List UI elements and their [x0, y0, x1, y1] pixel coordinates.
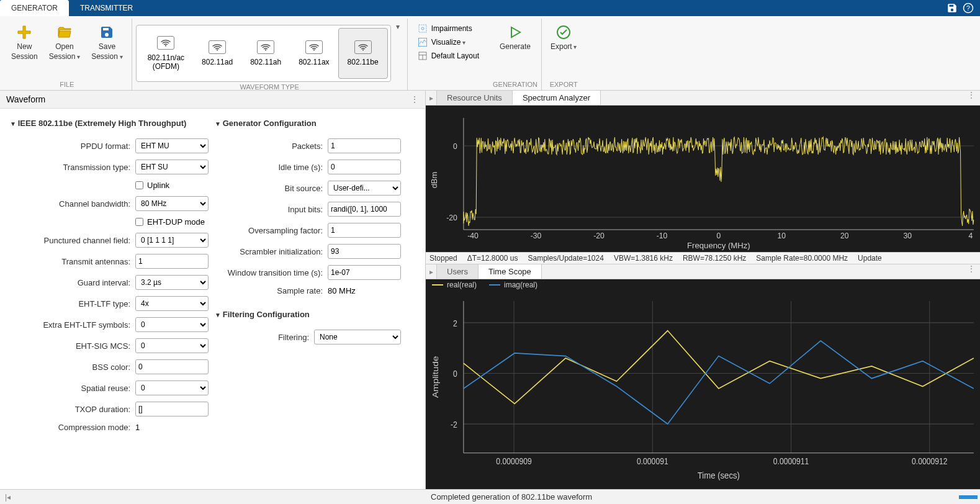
tabs-more-icon[interactable]: ⋮: [963, 264, 980, 279]
svg-rect-9: [418, 38, 426, 46]
status-vbw: VBW=1.3816 kHz: [614, 254, 673, 263]
ltf-select[interactable]: 4x: [135, 296, 209, 311]
svg-point-3: [217, 49, 218, 50]
tab-transmitter[interactable]: TRANSMITTER: [69, 0, 144, 16]
scrambler-input[interactable]: [328, 244, 401, 259]
svg-text:Frequency (MHz): Frequency (MHz): [687, 241, 750, 250]
svg-text:-2: -2: [451, 420, 457, 430]
svg-text:-10: -10: [657, 232, 668, 240]
wifi-icon: [257, 40, 274, 54]
waveform-panel: Waveform ⋮ IEEE 802.11be (Extremely High…: [0, 91, 426, 489]
gi-label: Guard interval:: [10, 278, 130, 287]
bitsource-select[interactable]: User-defi...: [328, 181, 401, 196]
tab-resource-units[interactable]: Resource Units: [437, 91, 513, 105]
waveform-80211ah[interactable]: 802.11ah: [241, 28, 290, 79]
tab-generator[interactable]: GENERATOR: [0, 0, 69, 16]
tx-ant-label: Transmit antennas:: [10, 257, 130, 266]
tx-ant-input[interactable]: [135, 254, 209, 269]
legend-imag: imag(real): [504, 281, 537, 289]
save-session-button[interactable]: Save Session: [86, 22, 127, 64]
default-layout-button[interactable]: Default Layout: [418, 51, 479, 61]
tx-type-select[interactable]: EHT SU: [135, 160, 209, 174]
ltf-label: EHT-LTF type:: [10, 299, 130, 308]
impairments-label: Impairments: [431, 24, 472, 33]
time-scope-plot[interactable]: real(real) imag(real) 2: [426, 279, 980, 489]
svg-text:0.0000909: 0.0000909: [496, 457, 532, 467]
svg-text:0.0000911: 0.0000911: [773, 457, 809, 467]
punctured-select[interactable]: 0 [1 1 1 1]: [135, 233, 209, 248]
waveform-80211ad[interactable]: 802.11ad: [193, 28, 241, 79]
status-spu: Samples/Update=1024: [528, 254, 603, 263]
ribbon-label-blank: [411, 61, 485, 71]
right-tabs-bottom: ▸ Users Time Scope ⋮: [426, 264, 980, 279]
svg-text:0.0000912: 0.0000912: [912, 457, 948, 467]
svg-point-8: [421, 27, 424, 30]
footer-nav-icon[interactable]: |◂: [0, 493, 426, 502]
tab-users[interactable]: Users: [437, 264, 479, 279]
idle-label: Idle time (s):: [215, 163, 323, 172]
txop-input[interactable]: [135, 402, 209, 416]
uplink-checkbox[interactable]: [135, 181, 143, 189]
footer-progress: [959, 495, 978, 499]
export-button[interactable]: Export: [546, 22, 582, 55]
check-circle-icon: [556, 25, 571, 40]
section-generator[interactable]: Generator Configuration: [215, 116, 401, 134]
waveform-80211nac[interactable]: 802.11n/ac (OFDM): [139, 28, 193, 79]
chart-icon: [418, 37, 428, 47]
waveform-80211ax[interactable]: 802.11ax: [290, 28, 338, 79]
ppdu-format-select[interactable]: EHT MU: [135, 138, 209, 153]
generate-button[interactable]: Generate: [495, 22, 536, 55]
waveform-gallery-dropdown[interactable]: ▾: [392, 22, 403, 31]
panel-title-waveform: Waveform: [6, 94, 45, 104]
srate-label: Sample rate:: [215, 286, 323, 295]
svg-point-2: [165, 45, 166, 46]
filtering-select[interactable]: None: [314, 330, 401, 344]
section-filtering[interactable]: Filtering Configuration: [215, 307, 401, 325]
sr-select[interactable]: 0: [135, 380, 209, 395]
packets-input[interactable]: [328, 138, 401, 153]
waveform-label: 802.11be: [348, 58, 379, 66]
svg-text:0.000091: 0.000091: [637, 457, 668, 467]
eht-dup-checkbox[interactable]: [135, 218, 143, 226]
section-ieee[interactable]: IEEE 802.11be (Extremely High Throughput…: [10, 116, 209, 134]
pin-icon[interactable]: ▸: [426, 91, 437, 105]
svg-point-5: [313, 49, 315, 50]
new-session-button[interactable]: New Session: [6, 22, 43, 64]
status-rbw: RBW=78.1250 kHz: [683, 254, 746, 263]
impairments-button[interactable]: Impairments: [418, 24, 479, 34]
sig-mcs-select[interactable]: 0: [135, 338, 209, 353]
waveform-label: 802.11ax: [299, 58, 329, 66]
visualize-button[interactable]: Visualize: [418, 37, 479, 47]
ribbon-group-generation: Generate GENERATION: [489, 19, 542, 90]
extra-ltf-select[interactable]: 0: [135, 317, 209, 332]
wifi-icon: [354, 40, 372, 54]
waveform-80211be[interactable]: 802.11be: [338, 28, 388, 79]
floppy-icon: [99, 25, 114, 40]
inputbits-input[interactable]: [328, 202, 401, 217]
status-dt: ΔT=12.8000 us: [467, 254, 518, 263]
bw-select[interactable]: 80 MHz: [135, 196, 209, 211]
plus-icon: [17, 25, 32, 40]
layout-icon: [418, 51, 428, 61]
wtt-input[interactable]: [328, 265, 401, 280]
open-session-button[interactable]: Open Session: [44, 22, 85, 64]
tab-time-scope[interactable]: Time Scope: [479, 264, 542, 279]
gi-select[interactable]: 3.2 µs: [135, 275, 209, 290]
tab-spectrum-analyzer[interactable]: Spectrum Analyzer: [513, 91, 601, 105]
tabs-more-icon[interactable]: ⋮: [963, 91, 980, 105]
sr-label: Spatial reuse:: [10, 384, 130, 393]
save-icon[interactable]: [946, 2, 958, 14]
bss-input[interactable]: [135, 359, 209, 374]
uplink-label: Uplink: [147, 181, 169, 190]
os-input[interactable]: [328, 223, 401, 238]
wtt-label: Window transition time (s):: [215, 268, 323, 277]
pin-icon[interactable]: ▸: [426, 264, 437, 279]
svg-text:4: 4: [968, 232, 973, 240]
spectrum-plot[interactable]: 0 -20 dBm -40 -30 -20 -10 0 10 20 30 4 F…: [426, 106, 980, 252]
help-icon[interactable]: ?: [963, 2, 974, 14]
idle-input[interactable]: [328, 160, 401, 174]
wifi-icon: [157, 36, 174, 50]
bw-label: Channel bandwidth:: [10, 199, 130, 209]
svg-text:20: 20: [840, 232, 849, 240]
panel-more-icon[interactable]: ⋮: [410, 94, 419, 104]
